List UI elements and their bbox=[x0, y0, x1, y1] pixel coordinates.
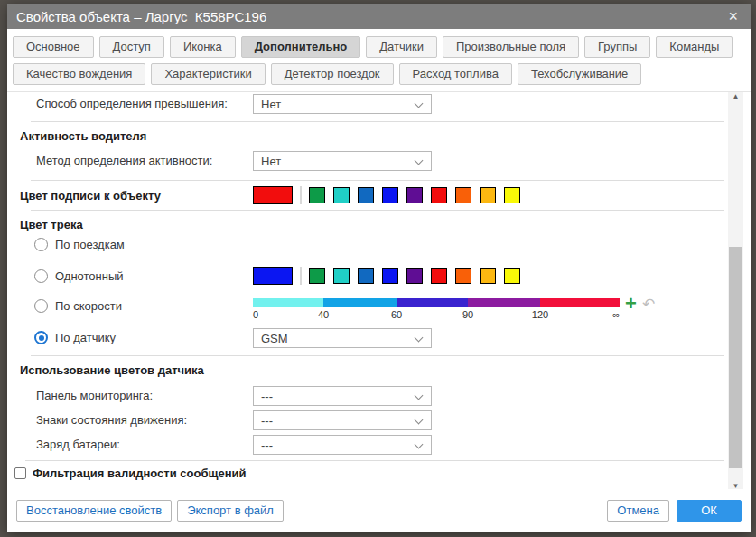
tab-rashod-topliva[interactable]: Расход топлива bbox=[399, 63, 512, 85]
radio-track-by-speed[interactable]: По скорости bbox=[34, 299, 122, 313]
palette-swatch[interactable] bbox=[455, 268, 471, 284]
palette-swatch[interactable] bbox=[504, 187, 520, 203]
motion-state-select[interactable]: --- bbox=[253, 410, 432, 430]
speed-tick: 0 bbox=[253, 309, 258, 320]
speed-tick: 60 bbox=[391, 309, 402, 320]
palette-swatch[interactable] bbox=[358, 187, 374, 203]
picker-separator bbox=[300, 186, 302, 204]
picker-separator bbox=[300, 267, 302, 285]
palette-swatch[interactable] bbox=[358, 268, 374, 284]
monitoring-panel-label: Панель мониторинга: bbox=[36, 386, 153, 406]
divider bbox=[25, 460, 724, 461]
radio-icon[interactable] bbox=[34, 269, 48, 283]
label-color-current-swatch[interactable] bbox=[253, 186, 293, 204]
tab-content-scroll-area: Способ определения превышения: Нет Актив… bbox=[7, 91, 751, 489]
cancel-button[interactable]: Отмена bbox=[607, 500, 669, 522]
reset-speed-scale-icon[interactable]: ↶ bbox=[642, 297, 655, 312]
chevron-down-icon bbox=[415, 440, 424, 449]
radio-label: По датчику bbox=[55, 331, 116, 344]
activity-method-select[interactable]: Нет bbox=[253, 151, 432, 171]
chevron-down-icon bbox=[415, 334, 424, 343]
radio-track-by-trips[interactable]: По поездкам bbox=[34, 238, 125, 251]
dialog-titlebar: Свойства объекта – Ларгус_К558РС196 × bbox=[7, 4, 751, 29]
radio-label: По скорости bbox=[55, 299, 122, 313]
track-sensor-select[interactable]: GSM bbox=[253, 328, 432, 348]
divider bbox=[31, 180, 724, 181]
tab-dopolnitelno[interactable]: Дополнительно bbox=[241, 36, 361, 58]
validity-filter-label: Фильтрация валидности сообщений bbox=[33, 466, 246, 480]
checkbox-icon[interactable] bbox=[14, 467, 26, 479]
radio-track-solid[interactable]: Однотонный bbox=[34, 269, 124, 283]
tab-datchiki[interactable]: Датчики bbox=[366, 36, 437, 58]
tab-harakteristiki[interactable]: Характеристики bbox=[151, 63, 265, 85]
speed-color-scale[interactable] bbox=[253, 298, 620, 307]
scroll-up-icon[interactable]: ▲ bbox=[728, 91, 743, 104]
radio-icon-checked[interactable] bbox=[34, 331, 48, 344]
battery-charge-value: --- bbox=[261, 438, 273, 452]
tab-kachestvo-vozhdeniya[interactable]: Качество вождения bbox=[13, 63, 145, 85]
radio-track-by-sensor[interactable]: По датчику bbox=[34, 331, 116, 344]
palette-swatch[interactable] bbox=[382, 268, 398, 284]
chevron-down-icon bbox=[415, 416, 424, 425]
label-color-header: Цвет подписи к объекту bbox=[20, 189, 161, 203]
tab-tehobsluzhivanie[interactable]: Техобслуживание bbox=[518, 63, 641, 85]
tab-gruppy[interactable]: Группы bbox=[584, 36, 650, 58]
speed-segment[interactable] bbox=[253, 298, 323, 307]
battery-charge-select[interactable]: --- bbox=[253, 435, 432, 455]
palette-swatch[interactable] bbox=[309, 268, 325, 284]
palette-swatch[interactable] bbox=[504, 268, 520, 284]
radio-icon[interactable] bbox=[34, 299, 48, 313]
speed-tick: ∞ bbox=[612, 309, 620, 320]
export-to-file-button[interactable]: Экспорт в файл bbox=[177, 500, 284, 522]
overspeed-method-select[interactable]: Нет bbox=[253, 94, 432, 114]
validity-filter-row[interactable]: Фильтрация валидности сообщений bbox=[14, 466, 246, 480]
speed-segment[interactable] bbox=[540, 298, 620, 307]
speed-segment[interactable] bbox=[323, 298, 397, 307]
tab-komandy[interactable]: Команды bbox=[656, 36, 733, 58]
scroll-down-icon[interactable]: ▼ bbox=[728, 479, 743, 489]
ok-button[interactable]: ОК bbox=[677, 500, 742, 522]
tab-osnovnoe[interactable]: Основное bbox=[13, 36, 94, 58]
palette-swatch[interactable] bbox=[480, 187, 496, 203]
speed-tick: 40 bbox=[318, 309, 329, 320]
palette-swatch[interactable] bbox=[406, 187, 423, 203]
track-color-header: Цвет трека bbox=[20, 218, 83, 232]
speed-tick: 120 bbox=[532, 309, 548, 320]
scrollbar-thumb[interactable] bbox=[729, 247, 742, 468]
palette-swatch[interactable] bbox=[455, 187, 471, 203]
divider bbox=[31, 121, 724, 122]
palette-swatch[interactable] bbox=[333, 268, 350, 284]
label-color-picker bbox=[253, 186, 528, 204]
palette-swatch[interactable] bbox=[309, 187, 325, 203]
tab-row-2: Качество вождения Характеристики Детекто… bbox=[13, 63, 745, 85]
close-icon[interactable]: × bbox=[724, 8, 742, 24]
palette-swatch[interactable] bbox=[431, 187, 447, 203]
motion-state-value: --- bbox=[261, 414, 273, 428]
palette-swatch[interactable] bbox=[333, 187, 350, 203]
monitoring-panel-select[interactable]: --- bbox=[253, 386, 432, 406]
radio-icon[interactable] bbox=[34, 238, 48, 251]
chevron-down-icon bbox=[415, 156, 424, 165]
palette-swatch[interactable] bbox=[406, 268, 423, 284]
tab-detektor-poezdok[interactable]: Детектор поездок bbox=[271, 63, 394, 85]
speed-segment[interactable] bbox=[397, 298, 468, 307]
tab-bar: Основное Доступ Иконка Дополнительно Дат… bbox=[7, 29, 751, 91]
battery-charge-label: Заряд батареи: bbox=[36, 435, 120, 455]
tab-proizvolnye-polya[interactable]: Произвольные поля bbox=[443, 36, 579, 58]
tab-ikonka[interactable]: Иконка bbox=[170, 36, 236, 58]
radio-label: Однотонный bbox=[55, 269, 124, 283]
vertical-scrollbar[interactable]: ▲ ▼ bbox=[728, 91, 743, 489]
overspeed-method-value: Нет bbox=[261, 98, 281, 111]
speed-segment[interactable] bbox=[468, 298, 540, 307]
speed-tick: 90 bbox=[462, 309, 473, 320]
palette-swatch[interactable] bbox=[480, 268, 496, 284]
tab-dostup[interactable]: Доступ bbox=[99, 36, 164, 58]
palette-swatch[interactable] bbox=[382, 187, 398, 203]
activity-method-value: Нет bbox=[261, 155, 281, 168]
restore-properties-button[interactable]: Восстановление свойств bbox=[16, 500, 172, 522]
palette-swatch[interactable] bbox=[431, 268, 447, 284]
track-solid-color-picker bbox=[253, 267, 528, 285]
monitoring-panel-value: --- bbox=[261, 390, 273, 403]
add-speed-interval-icon[interactable]: + bbox=[625, 295, 637, 313]
track-color-current-swatch[interactable] bbox=[253, 267, 293, 285]
